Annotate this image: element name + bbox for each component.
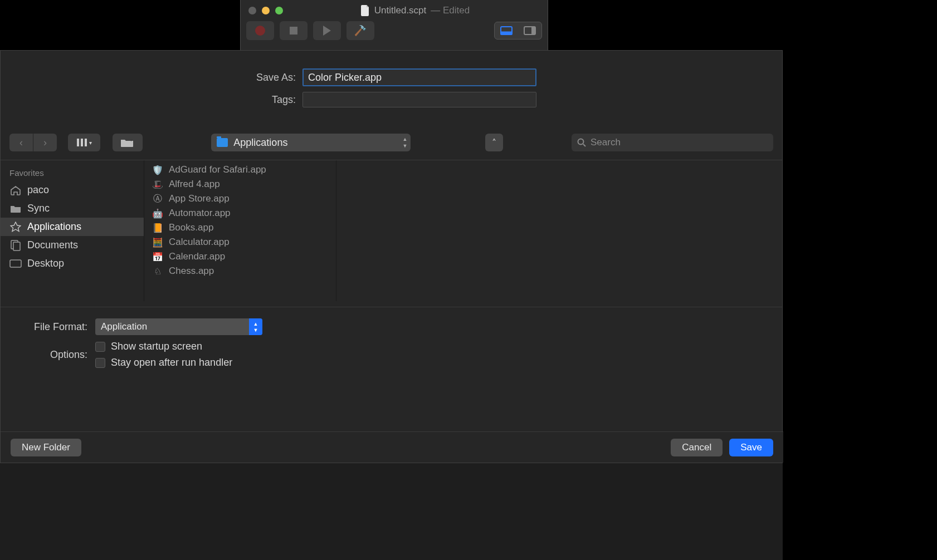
file-format-select[interactable]: Application ▲▼	[95, 318, 262, 335]
sidebar-item-desktop[interactable]: Desktop	[1, 254, 144, 273]
options-label: Options:	[1, 349, 87, 361]
file-name: Calculator.app	[169, 237, 230, 248]
location-popup[interactable]: Applications ▲▼	[211, 134, 411, 151]
document-icon	[361, 5, 370, 16]
file-item[interactable]: ⒶApp Store.app	[144, 191, 336, 206]
tags-input[interactable]	[302, 92, 536, 107]
docs-icon	[9, 240, 22, 251]
file-item[interactable]: 🛡️AdGuard for Safari.app	[144, 163, 336, 177]
sidebar-item-documents[interactable]: Documents	[1, 236, 144, 254]
collapse-sheet-button[interactable]: ˄	[485, 134, 503, 151]
view-segmented-control[interactable]	[494, 22, 542, 40]
minimize-window-button[interactable]	[262, 7, 270, 14]
file-item[interactable]: 📙Books.app	[144, 220, 336, 235]
view-mode-select[interactable]: ▾	[68, 134, 100, 151]
new-folder-button[interactable]: New Folder	[11, 439, 81, 456]
bottom-bar: New Folder Cancel Save	[1, 431, 783, 463]
select-stepper-icon: ▲▼	[249, 318, 262, 335]
sidebar-item-label: Desktop	[27, 258, 64, 269]
svg-rect-6	[85, 139, 87, 146]
svg-rect-3	[531, 27, 535, 35]
checkbox[interactable]	[95, 342, 105, 352]
chevron-right-icon: ›	[43, 137, 47, 149]
file-item[interactable]: ♘Chess.app	[144, 264, 336, 278]
svg-line-9	[583, 144, 585, 146]
checkbox-label: Stay open after run handler	[111, 357, 232, 369]
app-icon: 📅	[152, 251, 163, 262]
run-button[interactable]	[313, 21, 341, 40]
close-window-button[interactable]	[248, 7, 256, 14]
app-icon: Ⓐ	[152, 193, 163, 204]
file-item[interactable]: 🤖Automator.app	[144, 206, 336, 220]
file-item[interactable]: 🎩Alfred 4.app	[144, 177, 336, 191]
sidebar: Favorites pacoSyncApplicationsDocumentsD…	[1, 160, 144, 301]
file-list-column[interactable]: 🛡️AdGuard for Safari.app🎩Alfred 4.appⒶAp…	[144, 160, 336, 301]
app-icon: 🎩	[152, 179, 163, 190]
svg-rect-12	[10, 260, 21, 267]
columns-icon	[77, 139, 87, 146]
traffic-lights	[248, 7, 283, 14]
tags-label: Tags:	[1, 94, 296, 106]
hammer-icon: 🔨	[354, 24, 367, 37]
record-icon	[255, 26, 265, 36]
preview-column	[336, 160, 782, 301]
folder-icon	[217, 138, 228, 147]
file-name: AdGuard for Safari.app	[169, 164, 266, 175]
folder-plus-icon: +	[120, 137, 135, 148]
search-icon	[577, 138, 586, 147]
apps-icon	[9, 222, 22, 233]
record-button[interactable]	[246, 21, 274, 40]
back-button[interactable]: ‹	[9, 134, 33, 151]
compile-button[interactable]: 🔨	[347, 21, 374, 40]
location-label: Applications	[233, 137, 287, 149]
svg-rect-4	[77, 139, 79, 146]
file-name: Calendar.app	[169, 251, 225, 262]
file-item[interactable]: 🧮Calculator.app	[144, 235, 336, 249]
file-name: Alfred 4.app	[169, 179, 220, 190]
chevron-left-icon: ‹	[19, 137, 23, 149]
view-log-pane-button[interactable]	[518, 22, 541, 39]
desktop-icon	[9, 258, 22, 269]
pane-right-icon	[524, 26, 536, 35]
file-name: App Store.app	[169, 193, 230, 204]
view-result-pane-button[interactable]	[495, 22, 518, 39]
editor-background	[0, 463, 783, 560]
window-edited-indicator: — Edited	[431, 5, 470, 16]
pane-bottom-icon	[500, 26, 513, 35]
stop-icon	[290, 27, 297, 35]
forward-button[interactable]: ›	[33, 134, 57, 151]
window-titlebar: Untitled.scpt — Edited 🔨	[240, 0, 548, 50]
app-icon: 🧮	[152, 237, 163, 248]
save-sheet: Save As: Tags: ‹ › ▾ + Applications ▲▼ ˄…	[0, 50, 783, 463]
sidebar-item-label: Applications	[27, 221, 81, 233]
new-folder-icon-button[interactable]: +	[113, 134, 143, 151]
sidebar-item-paco[interactable]: paco	[1, 181, 144, 199]
file-format-label: File Format:	[1, 321, 87, 333]
svg-text:+: +	[130, 137, 133, 143]
file-format-value: Application	[101, 321, 147, 332]
zoom-window-button[interactable]	[275, 7, 283, 14]
file-browser: Favorites pacoSyncApplicationsDocumentsD…	[1, 160, 782, 301]
window-title-text: Untitled.scpt	[374, 5, 427, 16]
file-name: Chess.app	[169, 266, 214, 277]
sidebar-item-sync[interactable]: Sync	[1, 199, 144, 218]
app-icon: 📙	[152, 222, 163, 233]
save-button[interactable]: Save	[729, 439, 773, 456]
stop-button[interactable]	[280, 21, 308, 40]
svg-rect-5	[81, 139, 83, 146]
save-as-input[interactable]	[302, 68, 536, 86]
search-placeholder: Search	[590, 137, 621, 148]
cancel-button[interactable]: Cancel	[671, 439, 723, 456]
checkbox[interactable]	[95, 358, 105, 368]
sidebar-item-label: paco	[27, 184, 49, 196]
path-bar: ‹ › ▾ + Applications ▲▼ ˄ Search	[1, 131, 782, 154]
chevron-up-icon: ˄	[492, 137, 496, 148]
stepper-icon: ▲▼	[402, 136, 407, 149]
checkbox-label: Show startup screen	[111, 341, 202, 352]
file-item[interactable]: 📅Calendar.app	[144, 249, 336, 264]
sidebar-item-applications[interactable]: Applications	[1, 218, 144, 236]
toolbar: 🔨	[241, 21, 548, 40]
search-field[interactable]: Search	[572, 134, 773, 151]
svg-point-8	[578, 139, 583, 145]
file-name: Books.app	[169, 222, 213, 233]
